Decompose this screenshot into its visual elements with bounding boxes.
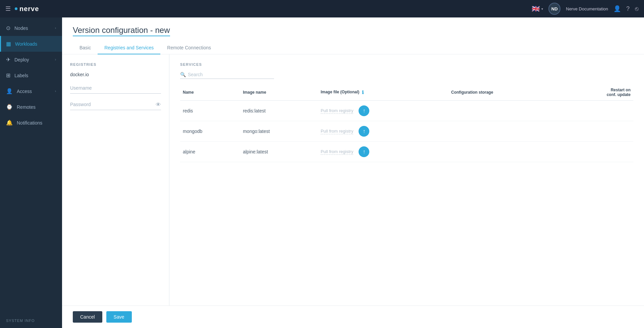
- logo-dot: [15, 7, 17, 10]
- col-header-name: Name: [180, 86, 240, 101]
- flag-icon: 🇬🇧: [532, 5, 540, 13]
- main-content: Version configuration - new Basic Regist…: [62, 17, 644, 328]
- password-field[interactable]: [70, 99, 161, 110]
- table-row: alpine alpine:latest Pull from registry …: [180, 142, 633, 162]
- row-2-name: alpine: [180, 142, 240, 162]
- image-file-info-icon[interactable]: ℹ: [362, 90, 364, 95]
- row-2-restart: [563, 142, 633, 162]
- search-icon: 🔍: [180, 72, 186, 77]
- username-field[interactable]: [70, 83, 161, 94]
- sidebar-label-remotes: Remotes: [17, 104, 56, 110]
- sidebar-label-notifications: Notifications: [17, 120, 56, 126]
- search-input[interactable]: [188, 72, 274, 77]
- logo: nerve: [15, 5, 39, 13]
- sidebar-item-nodes[interactable]: ⊙ Nodes ›: [0, 20, 62, 36]
- sidebar-label-access: Access: [17, 89, 51, 94]
- hamburger-icon[interactable]: ☰: [5, 5, 11, 12]
- upload-button-1[interactable]: ↑: [359, 126, 369, 137]
- labels-icon: ⊞: [6, 72, 10, 79]
- cancel-button[interactable]: Cancel: [73, 311, 102, 323]
- language-selector[interactable]: 🇬🇧 ▾: [532, 5, 543, 13]
- sidebar-item-remotes[interactable]: ⌚ Remotes: [0, 99, 62, 115]
- table-header-row: Name Image name Image file (Optional) ℹ …: [180, 86, 633, 101]
- table-row: redis redis:latest Pull from registry ↑: [180, 101, 633, 121]
- sidebar-item-access[interactable]: 👤 Access ›: [0, 83, 62, 99]
- page-header: Version configuration - new Basic Regist…: [62, 17, 644, 54]
- row-2-image-name: alpine:latest: [240, 142, 318, 162]
- registries-panel: REGISTRIES docker.io 👁: [62, 54, 169, 306]
- row-0-restart: [563, 101, 633, 121]
- row-1-restart: [563, 121, 633, 142]
- services-heading: SERVICES: [180, 62, 633, 66]
- user-avatar[interactable]: ND: [548, 3, 560, 15]
- remotes-icon: ⌚: [6, 104, 13, 110]
- tab-bar: Basic Registries and Services Remote Con…: [73, 42, 633, 54]
- nodes-icon: ⊙: [6, 25, 10, 31]
- access-icon: 👤: [6, 88, 13, 94]
- pull-from-registry-link-1[interactable]: Pull from registry: [321, 129, 354, 134]
- documentation-link[interactable]: Nerve Documentation: [566, 6, 608, 11]
- nodes-chevron-icon: ›: [55, 26, 56, 30]
- col-header-image-file: Image file (Optional) ℹ: [318, 86, 448, 101]
- registry-name: docker.io: [70, 72, 161, 77]
- row-0-image-file: Pull from registry ↑: [318, 101, 448, 121]
- save-button[interactable]: Save: [106, 311, 132, 323]
- row-0-name: redis: [180, 101, 240, 121]
- system-info-label[interactable]: SYSTEM INFO: [6, 319, 35, 323]
- sidebar-label-workloads: Workloads: [15, 41, 56, 47]
- deploy-chevron-icon: ›: [55, 58, 56, 61]
- access-chevron-icon: ›: [55, 89, 56, 93]
- col-header-image-name: Image name: [240, 86, 318, 101]
- sidebar-label-labels: Labels: [14, 73, 56, 78]
- sidebar-label-nodes: Nodes: [14, 26, 51, 31]
- content-area: REGISTRIES docker.io 👁 SERVICES 🔍: [62, 54, 644, 306]
- row-2-config-storage: [448, 142, 563, 162]
- row-1-name: mongodb: [180, 121, 240, 142]
- tab-basic[interactable]: Basic: [73, 42, 98, 54]
- row-0-config-storage: [448, 101, 563, 121]
- upload-button-2[interactable]: ↑: [359, 146, 369, 157]
- row-2-image-file: Pull from registry ↑: [318, 142, 448, 162]
- col-header-restart: Restart on conf. update: [563, 86, 633, 101]
- user-icon[interactable]: 👤: [613, 5, 621, 12]
- logout-icon[interactable]: ⎋: [635, 5, 639, 12]
- registries-heading: REGISTRIES: [70, 62, 161, 66]
- row-0-image-name: redis:latest: [240, 101, 318, 121]
- pull-from-registry-link-0[interactable]: Pull from registry: [321, 108, 354, 114]
- password-toggle-icon[interactable]: 👁: [156, 102, 161, 108]
- pull-from-registry-link-2[interactable]: Pull from registry: [321, 149, 354, 155]
- language-chevron-icon: ▾: [541, 7, 543, 11]
- tab-remote-connections[interactable]: Remote Connections: [160, 42, 218, 54]
- row-1-image-name: mongo:latest: [240, 121, 318, 142]
- services-table: Name Image name Image file (Optional) ℹ …: [180, 86, 633, 162]
- notifications-icon: 🔔: [6, 120, 13, 126]
- row-1-config-storage: [448, 121, 563, 142]
- sidebar-item-workloads[interactable]: ▦ Workloads: [0, 36, 62, 52]
- search-wrap: 🔍: [180, 72, 274, 79]
- tab-registries-and-services[interactable]: Registries and Services: [98, 42, 160, 54]
- deploy-icon: ✈: [6, 56, 10, 63]
- row-1-image-file: Pull from registry ↑: [318, 121, 448, 142]
- upload-button-0[interactable]: ↑: [359, 105, 369, 116]
- sidebar-label-deploy: Deploy: [14, 57, 51, 62]
- help-icon[interactable]: ?: [626, 5, 630, 12]
- sidebar-item-deploy[interactable]: ✈ Deploy ›: [0, 52, 62, 67]
- table-row: mongodb mongo:latest Pull from registry …: [180, 121, 633, 142]
- workloads-icon: ▦: [6, 41, 11, 47]
- page-title: Version configuration - new: [73, 26, 170, 36]
- sidebar-item-notifications[interactable]: 🔔 Notifications: [0, 115, 62, 131]
- col-header-config-storage: Configuration storage: [448, 86, 563, 101]
- sidebar: ⊙ Nodes › ▦ Workloads ✈ Deploy › ⊞ Label…: [0, 17, 62, 328]
- services-panel: SERVICES 🔍 Name Image name Image file (O…: [169, 54, 644, 306]
- logo-text: nerve: [19, 5, 39, 13]
- sidebar-item-labels[interactable]: ⊞ Labels: [0, 67, 62, 83]
- page-footer: Cancel Save: [62, 306, 644, 328]
- topnav: ☰ nerve 🇬🇧 ▾ ND Nerve Documentation 👤 ? …: [0, 0, 644, 17]
